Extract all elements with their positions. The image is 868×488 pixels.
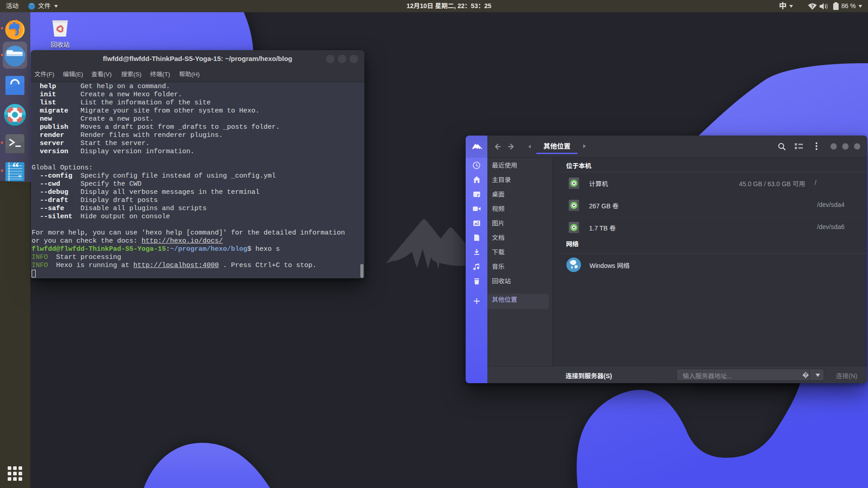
svg-text:”: ”: [18, 174, 22, 181]
svg-text:?: ?: [811, 4, 814, 9]
svg-text:?: ?: [804, 373, 807, 378]
svg-text:“: “: [12, 160, 19, 174]
